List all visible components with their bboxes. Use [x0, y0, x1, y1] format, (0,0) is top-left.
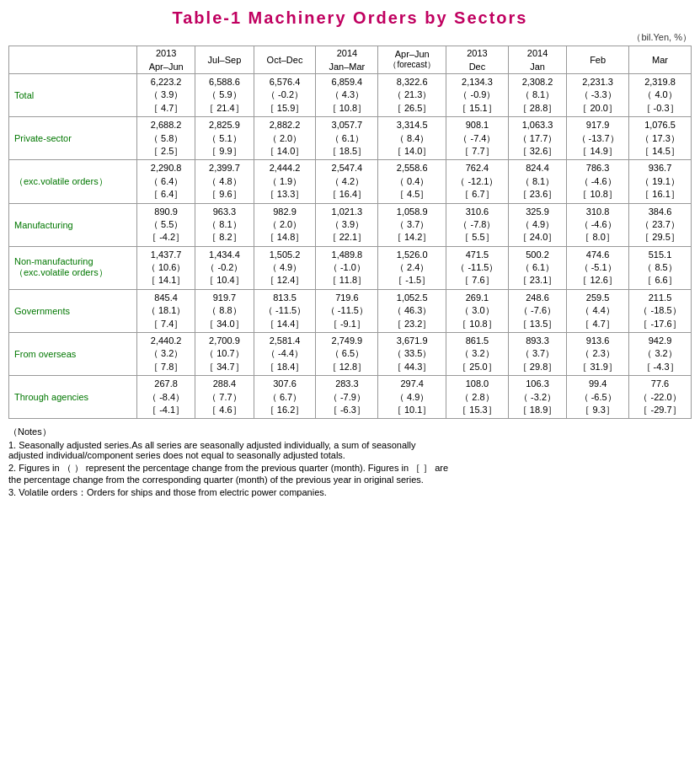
unit-label: （bil.Yen, %）: [8, 31, 692, 44]
row-label-0: Total: [9, 74, 137, 117]
table-row: 913.6 （ 2.3） ［ 31.9］: [567, 333, 629, 376]
table-row: 259.5 （ 4.4） ［ 4.7］: [567, 289, 629, 332]
notes-title: （Notes）: [8, 426, 692, 438]
header-year-2014b: 2014: [508, 46, 566, 61]
header-feb: Feb: [567, 46, 629, 74]
row-label-1: Private-sector: [9, 117, 137, 160]
table-row: 2,558.6 （ 0.4） ［ 4.5］: [378, 160, 446, 203]
table-row: 917.9 （ -13.7） ［ 14.9］: [567, 117, 629, 160]
header-year-2013b: 2013: [446, 46, 509, 61]
note2: 2. Figures in （ ） represent the percenta…: [8, 462, 692, 485]
table-row: 6,859.4 （ 4.3） ［ 10.8］: [316, 74, 378, 117]
table-row: 1,052.5 （ 46.3） ［ 23.2］: [378, 289, 446, 332]
table-row: 861.5 （ 3.2） ［ 25.0］: [446, 333, 509, 376]
header-dec: Dec: [446, 60, 509, 74]
table-row: 1,437.7 （ 10.6） ［ 14.1］: [136, 246, 195, 289]
row-label-6: From overseas: [9, 333, 137, 376]
table-row: 813.5 （ -11.5） ［ 14.4］: [254, 289, 316, 332]
table-row: 982.9 （ 2.0） ［ 14.8］: [254, 203, 316, 246]
table-row: 2,882.2 （ 2.0） ［ 14.0］: [254, 117, 316, 160]
note1: 1. Seasonally adjusted series.As all ser…: [8, 440, 692, 460]
row-label-5: Governments: [9, 289, 137, 332]
table-row: 267.8 （ -8.4） ［ -4.1］: [136, 376, 195, 419]
table-row: 6,588.6 （ 5.9） ［ 21.4］: [195, 74, 254, 117]
table-row: 786.3 （ -4.6） ［ 10.8］: [567, 160, 629, 203]
table-row: 2,547.4 （ 4.2） ［ 16.4］: [316, 160, 378, 203]
table-row: 1,076.5 （ 17.3） ［ 14.5］: [629, 117, 692, 160]
header-jan: Jan: [508, 60, 566, 74]
table-row: 310.8 （ -4.6） ［ 8.0］: [567, 203, 629, 246]
empty-header: [9, 46, 137, 74]
row-label-2: （exc.volatile orders）: [9, 160, 137, 203]
table-row: 77.6 （ -22.0） ［ -29.7］: [629, 376, 692, 419]
header-mar: Mar: [629, 46, 692, 74]
header-year-2013: 2013: [136, 46, 195, 61]
table-row: 471.5 （ -11.5） ［ 7.6］: [446, 246, 509, 289]
table-row: 500.2 （ 6.1） ［ 23.1］: [508, 246, 566, 289]
table-row: 283.3 （ -7.9） ［ -6.3］: [316, 376, 378, 419]
table-row: 1,526.0 （ 2.4） ［ -1.5］: [378, 246, 446, 289]
table-row: 1,021.3 （ 3.9） ［ 22.1］: [316, 203, 378, 246]
table-row: 108.0 （ 2.8） ［ 15.3］: [446, 376, 509, 419]
table-row: 2,308.2 （ 8.1） ［ 28.8］: [508, 74, 566, 117]
table-row: 824.4 （ 8.1） ［ 23.6］: [508, 160, 566, 203]
table-row: 1,505.2 （ 4.9） ［ 12.4］: [254, 246, 316, 289]
table-row: 1,489.8 （ -1.0） ［ 11.8］: [316, 246, 378, 289]
notes-section: （Notes） 1. Seasonally adjusted series.As…: [8, 426, 692, 499]
table-row: 2,399.7 （ 4.8） ［ 9.6］: [195, 160, 254, 203]
table-row: 248.6 （ -7.6） ［ 13.5］: [508, 289, 566, 332]
table-row: 719.6 （ -11.5） ［ -9.1］: [316, 289, 378, 332]
table-row: 890.9 （ 5.5） ［ -4.2］: [136, 203, 195, 246]
note3: 3. Volatile orders：Orders for ships and …: [8, 486, 692, 499]
table-row: 1,058.9 （ 3.7） ［ 14.2］: [378, 203, 446, 246]
table-row: 919.7 （ 8.8） ［ 34.0］: [195, 289, 254, 332]
row-label-3: Manufacturing: [9, 203, 137, 246]
table-row: 211.5 （ -18.5） ［ -17.6］: [629, 289, 692, 332]
table-row: 2,290.8 （ 6.4） ［ 6.4］: [136, 160, 195, 203]
table-row: 307.6 （ 6.7） ［ 16.2］: [254, 376, 316, 419]
row-label-4: Non-manufacturing （exc.volatile orders）: [9, 246, 137, 289]
table-row: 845.4 （ 18.1） ［ 7.4］: [136, 289, 195, 332]
table-row: 2,700.9 （ 10.7） ［ 34.7］: [195, 333, 254, 376]
table-row: 963.3 （ 8.1） ［ 8.2］: [195, 203, 254, 246]
table-row: 2,444.2 （ 1.9） ［ 13.3］: [254, 160, 316, 203]
page-title: Table-1 Machinery Orders by Sectors: [8, 8, 692, 28]
header-jul-sep: Jul–Sep: [195, 46, 254, 74]
table-row: 106.3 （ -3.2） ［ 18.9］: [508, 376, 566, 419]
row-label-7: Through agencies: [9, 376, 137, 419]
table-row: 384.6 （ 23.7） ［ 29.5］: [629, 203, 692, 246]
table-row: 8,322.6 （ 21.3） ［ 26.5］: [378, 74, 446, 117]
table-row: 310.6 （ -7.8） ［ 5.5］: [446, 203, 509, 246]
table-row: 1,434.4 （ -0.2） ［ 10.4］: [195, 246, 254, 289]
header-oct-dec: Oct–Dec: [254, 46, 316, 74]
table-row: 3,314.5 （ 8.4） ［ 14.0］: [378, 117, 446, 160]
header-jan-mar: Jan–Mar: [316, 60, 378, 74]
table-row: 6,223.2 （ 3.9） ［ 4.7］: [136, 74, 195, 117]
table-row: 2,749.9 （ 6.5） ［ 12.8］: [316, 333, 378, 376]
table-row: 2,688.2 （ 5.8） ［ 2.5］: [136, 117, 195, 160]
table-row: 2,440.2 （ 3.2） ［ 7.8］: [136, 333, 195, 376]
table-row: 2,134.3 （ -0.9） ［ 15.1］: [446, 74, 509, 117]
table-row: 1,063.3 （ 17.7） ［ 32.6］: [508, 117, 566, 160]
table-row: 2,581.4 （ -4.4） ［ 18.4］: [254, 333, 316, 376]
table-row: 2,825.9 （ 5.1） ［ 9.9］: [195, 117, 254, 160]
table-row: 2,231.3 （ -3.3） ［ 20.0］: [567, 74, 629, 117]
table-row: 762.4 （ -12.1） ［ 6.7］: [446, 160, 509, 203]
header-apr-jun: Apr–Jun（forecast）: [378, 46, 446, 74]
table-row: 893.3 （ 3.7） ［ 29.8］: [508, 333, 566, 376]
table-row: 936.7 （ 19.1） ［ 16.1］: [629, 160, 692, 203]
table-row: 297.4 （ 4.9） ［ 10.1］: [378, 376, 446, 419]
table-row: 3,671.9 （ 33.5） ［ 44.3］: [378, 333, 446, 376]
table-row: 2,319.8 （ 4.0） ［ -0.3］: [629, 74, 692, 117]
table-row: 515.1 （ 8.5） ［ 6.6］: [629, 246, 692, 289]
table-row: 325.9 （ 4.9） ［ 24.0］: [508, 203, 566, 246]
header-year-2014: 2014: [316, 46, 378, 61]
table-row: 99.4 （ -6.5） ［ 9.3］: [567, 376, 629, 419]
header-apr-jun-2013: Apr–Jun: [136, 60, 195, 74]
table-row: 908.1 （ -7.4） ［ 7.7］: [446, 117, 509, 160]
table-row: 6,576.4 （ -0.2） ［ 15.9］: [254, 74, 316, 117]
table-row: 474.6 （ -5.1） ［ 12.6］: [567, 246, 629, 289]
table-row: 288.4 （ 7.7） ［ 4.6］: [195, 376, 254, 419]
main-table: 2013 Jul–Sep Oct–Dec 2014 Apr–Jun（foreca…: [8, 46, 692, 419]
table-row: 3,057.7 （ 6.1） ［ 18.5］: [316, 117, 378, 160]
